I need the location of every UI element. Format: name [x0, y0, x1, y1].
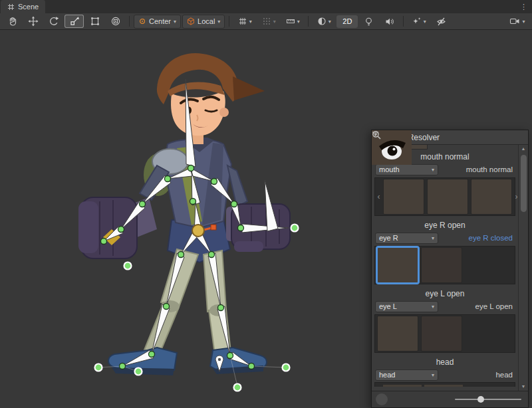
- speaker-icon: [384, 17, 394, 27]
- transform-tool-icon: [110, 16, 121, 27]
- space-label: Local: [198, 17, 215, 25]
- sparkles-icon: [412, 17, 422, 26]
- chevron-down-icon: ▾: [297, 19, 300, 25]
- chevron-down-icon: ▾: [329, 19, 331, 25]
- control-row-eye-l: eye L ▾ eye L open: [373, 300, 517, 313]
- filter-button[interactable]: [376, 393, 388, 405]
- chevron-down-icon: ▾: [217, 19, 220, 25]
- slider-handle[interactable]: [477, 396, 484, 403]
- dropdown-label: mouth: [379, 165, 400, 173]
- selected-sprite-label: head: [495, 371, 515, 379]
- strip-next-icon[interactable]: ›: [513, 193, 518, 201]
- panel-footer: [372, 391, 528, 407]
- move-tool-button[interactable]: [23, 15, 43, 28]
- sprite-resolver-content: mouth normal mouth ▾ mouth normal ‹: [372, 145, 518, 391]
- pivot-icon: [138, 17, 146, 25]
- kebab-menu-icon[interactable]: ⋮: [515, 0, 532, 13]
- chevron-down-icon: ▾: [424, 19, 426, 25]
- sprite-thumb-eye-l-open[interactable]: [421, 316, 462, 352]
- sprite-strip-eye-l: [374, 314, 515, 353]
- space-dropdown[interactable]: Local ▾: [182, 15, 225, 29]
- toolbar-separator: [129, 16, 130, 27]
- hand-icon: [7, 16, 18, 27]
- shaded-sphere-icon: [317, 17, 327, 26]
- category-dropdown-eye-l[interactable]: eye L ▾: [375, 301, 438, 312]
- sprite-thumb-mouth-closed[interactable]: [427, 179, 468, 215]
- scene-toolbar: Center ▾ Local ▾ ▾ ▾ ▾: [0, 13, 532, 30]
- lighting-toggle-button[interactable]: [359, 15, 378, 28]
- selected-sprite-link[interactable]: eye R closed: [469, 234, 515, 242]
- pivot-dropdown[interactable]: Center ▾: [134, 15, 181, 29]
- sprite-thumb-mouth-smile[interactable]: [471, 179, 512, 215]
- chevron-down-icon: ▾: [522, 19, 525, 25]
- rect-tool-icon: [90, 16, 100, 27]
- 2d-label: 2D: [342, 17, 352, 25]
- dropdown-label: eye L: [379, 302, 397, 310]
- scene-viewport[interactable]: ≡ Sprite Resolver mouth normal mouth ▾ m…: [0, 30, 532, 408]
- light-bulb-icon: [364, 17, 374, 27]
- chevron-down-icon: ▾: [432, 235, 434, 241]
- dropdown-label: head: [379, 371, 395, 379]
- pivot-label: Center: [149, 17, 171, 25]
- chevron-down-icon: ▾: [174, 19, 176, 25]
- control-row-eye-r: eye R ▾ eye R closed: [373, 231, 517, 245]
- snap-increment-dropdown[interactable]: ▾: [281, 15, 304, 28]
- chevron-down-icon: ▾: [432, 372, 434, 378]
- selected-sprite-label: mouth normal: [466, 165, 515, 173]
- grid-icon: [7, 3, 15, 11]
- pan-tool-button[interactable]: [3, 15, 22, 28]
- tab-scene-label: Scene: [18, 3, 39, 11]
- section-header-eye-r: eye R open: [373, 218, 517, 231]
- scale-icon: [69, 16, 80, 27]
- control-row-head: head ▾ head: [373, 368, 517, 381]
- scroll-down-icon[interactable]: ▼: [521, 383, 526, 391]
- sprite-thumb-eye-r-closed[interactable]: [421, 247, 462, 283]
- audio-toggle-button[interactable]: [380, 15, 399, 28]
- sprite-strip-mouth: ‹: [374, 177, 515, 216]
- scene-visibility-toggle-button[interactable]: [432, 15, 451, 28]
- selected-sprite-label: eye L open: [475, 302, 515, 310]
- scroll-up-icon[interactable]: ▲: [521, 145, 526, 153]
- scene-tab-bar: Scene ⋮: [0, 0, 532, 13]
- strip-prev-icon[interactable]: ‹: [376, 193, 382, 201]
- control-row-mouth: mouth ▾ mouth normal: [373, 163, 517, 176]
- transform-tool-button[interactable]: [106, 15, 125, 28]
- rotate-tool-button[interactable]: [44, 15, 63, 28]
- dropdown-label: eye R: [379, 234, 398, 242]
- chevron-down-icon: ▾: [432, 304, 434, 310]
- sprite-strip-eye-r: [374, 246, 515, 284]
- clipped-strip-head: [374, 382, 515, 387]
- scrollbar-thumb[interactable]: [521, 155, 527, 212]
- rotate-icon: [49, 16, 59, 27]
- tab-scene[interactable]: Scene: [1, 0, 45, 13]
- chevron-down-icon: ▾: [273, 19, 276, 25]
- 2d-toggle-button[interactable]: 2D: [336, 15, 358, 28]
- chevron-down-icon: ▾: [249, 19, 252, 25]
- chevron-down-icon: ▾: [432, 167, 434, 173]
- grid-lines-icon: [238, 17, 247, 26]
- scale-tool-button[interactable]: [65, 15, 84, 28]
- category-dropdown-mouth[interactable]: mouth ▾: [375, 164, 438, 175]
- panel-scrollbar[interactable]: ▲ ▼: [518, 145, 528, 391]
- toolbar-separator: [308, 16, 309, 27]
- scene-camera-dropdown[interactable]: ▾: [505, 15, 529, 28]
- sprite-thumb-eye-l-brow[interactable]: [377, 316, 418, 352]
- toolbar-separator: [403, 16, 404, 27]
- shading-mode-dropdown[interactable]: ▾: [313, 15, 335, 28]
- sprite-thumb-mouth-open[interactable]: [383, 179, 424, 215]
- category-dropdown-head[interactable]: head ▾: [375, 369, 438, 381]
- zoom-in-icon[interactable]: [372, 130, 382, 140]
- snap-grid-dropdown[interactable]: ▾: [257, 15, 280, 28]
- effects-dropdown[interactable]: ▾: [408, 15, 430, 28]
- section-header-head: head: [373, 355, 517, 368]
- grid-visibility-dropdown[interactable]: ▾: [233, 15, 256, 28]
- rect-tool-button[interactable]: [85, 15, 104, 28]
- thumbnail-size-slider[interactable]: [455, 396, 521, 403]
- eye-hidden-icon: [436, 17, 446, 27]
- category-dropdown-eye-r[interactable]: eye R ▾: [375, 233, 438, 244]
- ruler-icon: [286, 17, 295, 26]
- sprite-thumb-eye-r-open[interactable]: [377, 247, 418, 283]
- slider-track[interactable]: [455, 399, 521, 400]
- cube-icon: [187, 17, 195, 25]
- character-sprite: [78, 53, 290, 375]
